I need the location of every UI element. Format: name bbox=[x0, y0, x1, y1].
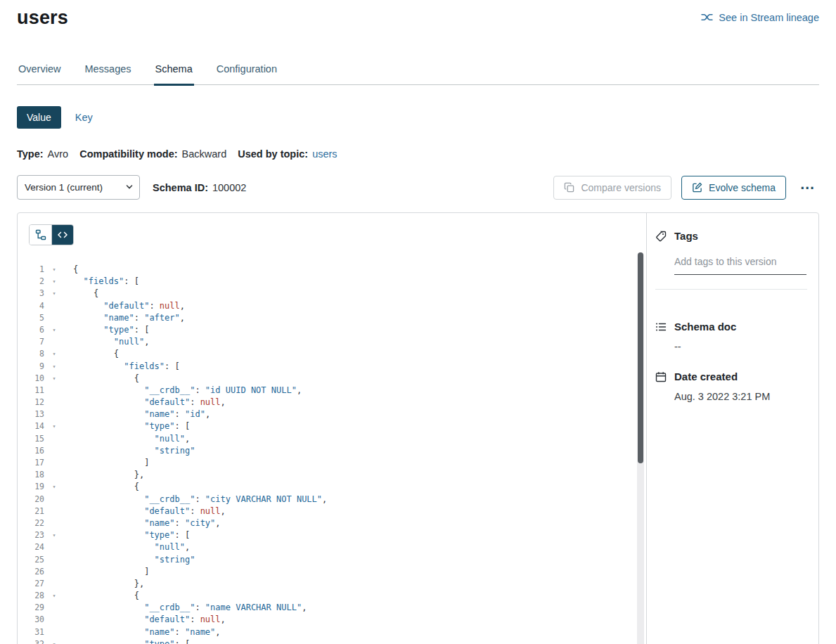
code-line: 28▾ { bbox=[18, 590, 635, 602]
fold-caret-icon[interactable]: ▾ bbox=[49, 276, 60, 288]
line-number: 30 bbox=[18, 614, 44, 626]
code-view-button[interactable] bbox=[51, 225, 73, 245]
schema-meta: Type:Avro Compatibility mode:Backward Us… bbox=[17, 148, 819, 160]
caret-placeholder bbox=[49, 433, 60, 445]
tab-schema[interactable]: Schema bbox=[154, 59, 194, 84]
compare-versions-label: Compare versions bbox=[581, 182, 661, 193]
fold-caret-icon[interactable]: ▾ bbox=[49, 324, 60, 336]
code-line: 19▾ { bbox=[18, 481, 635, 493]
code-line: 7 "null", bbox=[18, 336, 635, 348]
tags-input[interactable] bbox=[674, 253, 806, 275]
compatibility-value: Backward bbox=[182, 148, 227, 160]
topic-meta: Used by topic:users bbox=[238, 148, 337, 160]
tab-configuration[interactable]: Configuration bbox=[215, 59, 278, 84]
fold-caret-icon[interactable]: ▾ bbox=[49, 590, 60, 602]
line-number: 17 bbox=[18, 457, 44, 469]
code-text: "string" bbox=[60, 445, 195, 457]
key-toggle-button[interactable]: Key bbox=[61, 106, 107, 129]
code-text: { bbox=[60, 288, 98, 300]
tab-overview[interactable]: Overview bbox=[17, 59, 62, 84]
schema-doc-header: Schema doc bbox=[655, 321, 810, 333]
fold-caret-icon[interactable]: ▾ bbox=[49, 264, 60, 276]
code-text: "fields": [ bbox=[60, 276, 139, 288]
line-number: 3 bbox=[18, 288, 44, 300]
caret-placeholder bbox=[49, 566, 60, 578]
more-options-button[interactable]: ⋯ bbox=[796, 179, 819, 196]
compare-versions-button[interactable]: Compare versions bbox=[553, 176, 671, 200]
code-text: "default": null, bbox=[60, 397, 226, 408]
fold-caret-icon[interactable]: ▾ bbox=[49, 638, 60, 644]
line-number: 16 bbox=[18, 445, 44, 457]
code-line: 21 "default": null, bbox=[18, 505, 635, 517]
code-line: 3▾ { bbox=[18, 288, 635, 300]
line-number: 23 bbox=[18, 529, 44, 541]
code-line: 10▾ { bbox=[18, 373, 635, 385]
version-select[interactable]: Version 1 (current) bbox=[17, 175, 140, 200]
caret-placeholder bbox=[49, 385, 60, 397]
fold-caret-icon[interactable]: ▾ bbox=[49, 288, 60, 300]
fold-caret-icon[interactable]: ▾ bbox=[49, 529, 60, 541]
evolve-schema-button[interactable]: Evolve schema bbox=[681, 176, 786, 200]
caret-placeholder bbox=[49, 457, 60, 469]
line-number: 11 bbox=[18, 385, 44, 397]
code-line: 32▾ "type": [ bbox=[18, 638, 635, 644]
code-line: 5 "name": "after", bbox=[18, 312, 635, 324]
code-line: 31 "name": "name", bbox=[18, 626, 635, 638]
code-text: "type": [ bbox=[60, 324, 149, 336]
stream-lineage-link[interactable]: See in Stream lineage bbox=[701, 11, 819, 23]
line-number: 31 bbox=[18, 626, 44, 638]
scrollbar-track[interactable] bbox=[637, 252, 644, 644]
fold-caret-icon[interactable]: ▾ bbox=[49, 420, 60, 432]
code-line: 4 "default": null, bbox=[18, 300, 635, 312]
code-brackets-icon bbox=[57, 229, 68, 240]
line-number: 4 bbox=[18, 300, 44, 312]
caret-placeholder bbox=[49, 554, 60, 566]
value-toggle-button[interactable]: Value bbox=[17, 106, 61, 129]
code-line: 25 "string" bbox=[18, 554, 635, 566]
code-text: "null", bbox=[60, 433, 190, 445]
caret-placeholder bbox=[49, 494, 60, 505]
code-line: 20 "__crdb__": "city VARCHAR NOT NULL", bbox=[18, 494, 635, 505]
page-title: users bbox=[17, 7, 819, 29]
caret-placeholder bbox=[49, 300, 60, 312]
fold-caret-icon[interactable]: ▾ bbox=[49, 361, 60, 373]
schema-doc-value: -- bbox=[674, 341, 810, 352]
line-number: 9 bbox=[18, 361, 44, 373]
copy-icon bbox=[564, 182, 574, 193]
fold-caret-icon[interactable]: ▾ bbox=[49, 348, 60, 360]
code-line: 15 "null", bbox=[18, 433, 635, 445]
line-number: 20 bbox=[18, 494, 44, 505]
tags-section-header: Tags bbox=[655, 230, 810, 242]
code-text: { bbox=[60, 373, 139, 385]
code-line: 11 "__crdb__": "id UUID NOT NULL", bbox=[18, 385, 635, 397]
line-number: 5 bbox=[18, 312, 44, 324]
code-text: "name": "city", bbox=[60, 517, 221, 529]
schema-controls: Version 1 (current) Schema ID:100002 Com… bbox=[17, 175, 819, 200]
schema-id-value: 100002 bbox=[212, 182, 246, 193]
scrollbar-thumb[interactable] bbox=[638, 252, 643, 463]
tags-title: Tags bbox=[674, 230, 698, 242]
code-text: "name": "name", bbox=[60, 626, 221, 638]
line-number: 8 bbox=[18, 348, 44, 360]
code-text: "type": [ bbox=[60, 529, 190, 541]
tab-messages[interactable]: Messages bbox=[83, 59, 132, 84]
type-meta: Type:Avro bbox=[17, 148, 68, 160]
stream-lineage-icon bbox=[701, 11, 713, 23]
fold-caret-icon[interactable]: ▾ bbox=[49, 373, 60, 385]
caret-placeholder bbox=[49, 614, 60, 626]
topic-link[interactable]: users bbox=[312, 148, 337, 160]
fold-caret-icon[interactable]: ▾ bbox=[49, 481, 60, 493]
line-number: 14 bbox=[18, 420, 44, 432]
header: users See in Stream lineage bbox=[17, 0, 819, 37]
tree-view-button[interactable] bbox=[30, 225, 51, 245]
calendar-icon bbox=[655, 371, 667, 382]
edit-square-icon bbox=[692, 182, 702, 193]
code-line: 16 "string" bbox=[18, 445, 635, 457]
stream-lineage-label: See in Stream lineage bbox=[719, 12, 819, 23]
code-text: }, bbox=[60, 578, 144, 590]
line-number: 12 bbox=[18, 397, 44, 408]
code-line: 27 }, bbox=[18, 578, 635, 590]
date-created-value: Aug. 3 2022 3:21 PM bbox=[674, 391, 810, 402]
line-number: 19 bbox=[18, 481, 44, 493]
code-text: "name": "id", bbox=[60, 408, 210, 420]
